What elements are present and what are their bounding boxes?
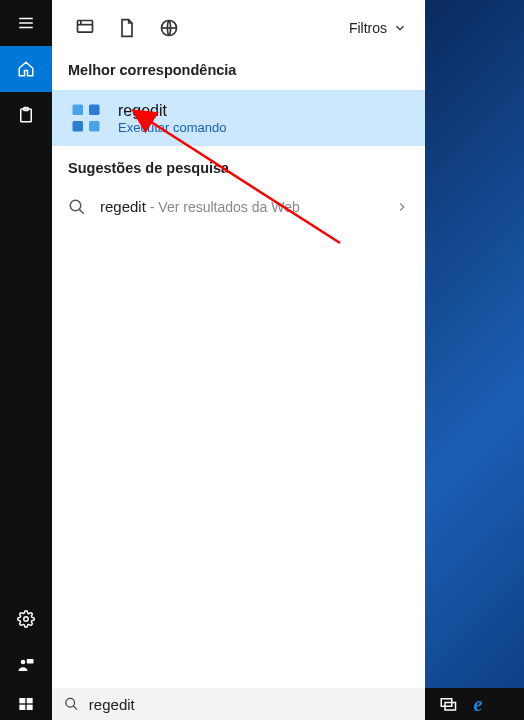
task-view-icon xyxy=(439,695,457,713)
tab-documents[interactable] xyxy=(106,8,148,48)
search-icon xyxy=(64,696,79,712)
search-suggestions-heading: Sugestões de pesquisa xyxy=(52,146,425,188)
tab-apps[interactable] xyxy=(64,8,106,48)
chevron-right-icon xyxy=(395,200,409,214)
home-icon xyxy=(17,60,35,78)
svg-rect-22 xyxy=(19,705,25,710)
desktop-background xyxy=(425,0,524,720)
svg-rect-23 xyxy=(27,705,33,710)
svg-rect-15 xyxy=(73,121,84,132)
svg-line-25 xyxy=(73,706,77,710)
search-input[interactable] xyxy=(89,696,413,713)
recent-button[interactable] xyxy=(0,92,52,138)
regedit-app-icon xyxy=(68,100,104,136)
person-chat-icon xyxy=(17,656,35,674)
search-icon xyxy=(68,198,86,216)
taskbar-tray: e xyxy=(425,688,524,720)
suggestion-separator: - xyxy=(146,199,158,215)
svg-line-18 xyxy=(79,209,84,214)
taskbar: e xyxy=(0,688,524,720)
suggestion-hint: Ver resultados da Web xyxy=(158,199,299,215)
edge-browser-button[interactable]: e xyxy=(469,695,487,713)
svg-rect-16 xyxy=(89,121,100,132)
taskbar-search-box[interactable] xyxy=(52,688,425,720)
svg-point-24 xyxy=(66,698,75,707)
tab-web[interactable] xyxy=(148,8,190,48)
apps-icon xyxy=(75,18,95,38)
svg-point-6 xyxy=(21,660,26,665)
globe-icon xyxy=(159,18,179,38)
svg-rect-7 xyxy=(27,659,34,664)
svg-rect-20 xyxy=(19,698,25,703)
svg-rect-14 xyxy=(89,105,100,116)
tab-bar: Filtros xyxy=(52,0,425,56)
best-match-result[interactable]: regedit Executar comando xyxy=(52,90,425,146)
filters-label: Filtros xyxy=(349,20,387,36)
windows-logo-icon xyxy=(18,696,34,712)
start-sidebar xyxy=(0,0,52,688)
best-match-heading: Melhor correspondência xyxy=(52,56,425,90)
svg-rect-13 xyxy=(73,105,84,116)
settings-button[interactable] xyxy=(0,596,52,642)
gear-icon xyxy=(17,610,35,628)
document-icon xyxy=(117,18,137,38)
filters-dropdown[interactable]: Filtros xyxy=(349,20,413,36)
home-button[interactable] xyxy=(0,46,52,92)
clipboard-icon xyxy=(17,106,35,124)
suggestion-prefix: regedit xyxy=(100,198,146,215)
svg-rect-8 xyxy=(78,21,93,33)
feedback-button[interactable] xyxy=(0,642,52,688)
web-search-suggestion[interactable]: regedit - Ver resultados da Web xyxy=(52,188,425,226)
hamburger-icon xyxy=(17,14,35,32)
best-match-name: regedit xyxy=(118,102,226,120)
edge-icon: e xyxy=(474,693,483,716)
start-search-panel: Filtros Melhor correspondência regedit E… xyxy=(52,0,425,688)
svg-rect-21 xyxy=(27,698,33,703)
best-match-subtitle: Executar comando xyxy=(118,120,226,135)
task-view-button[interactable] xyxy=(439,695,457,713)
chevron-down-icon xyxy=(393,21,407,35)
hamburger-menu-button[interactable] xyxy=(0,0,52,46)
start-button[interactable] xyxy=(0,688,52,720)
svg-point-5 xyxy=(24,617,29,622)
svg-point-17 xyxy=(70,200,81,211)
